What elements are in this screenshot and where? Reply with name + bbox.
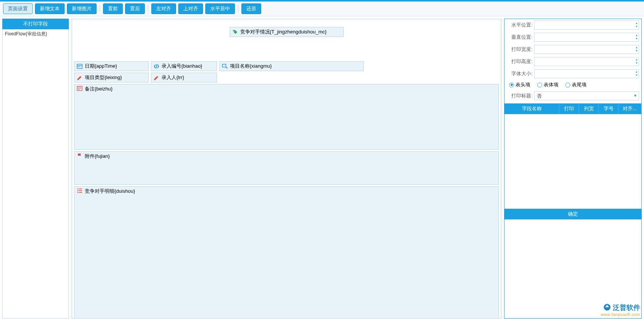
svg-rect-3 <box>78 66 79 67</box>
field-input-by[interactable]: 录入人{lrr} <box>151 73 217 83</box>
watermark: 泛普软件 www.fanpusoft.com <box>601 303 640 317</box>
spin-up[interactable]: ▲ <box>635 46 638 49</box>
svg-rect-5 <box>222 64 226 67</box>
input-v-pos[interactable]: ▲▼ <box>534 33 639 42</box>
send-back-button[interactable]: 置后 <box>125 3 145 14</box>
field-label: 项目名称{xiangmu} <box>230 63 272 70</box>
add-text-button[interactable]: 新增文本 <box>35 3 65 14</box>
spin-up[interactable]: ▲ <box>635 58 638 61</box>
grid-body[interactable] <box>504 114 641 209</box>
tag-icon <box>232 29 238 35</box>
flag-icon <box>77 153 82 159</box>
spin-down[interactable]: ▼ <box>635 37 638 40</box>
field-project-type[interactable]: 项目类型{leixing} <box>74 73 149 83</box>
radio-head-item[interactable]: 表头项 <box>509 81 530 88</box>
code-icon <box>154 63 159 69</box>
canvas-area[interactable]: 竞争对手情况{T_jingzhengduishou_mc} 日期{appTime… <box>71 19 502 319</box>
label-print-width: 打印宽度: <box>507 46 534 53</box>
label-h-pos: 水平位置: <box>507 22 534 29</box>
label-print-height: 打印高度: <box>507 58 534 65</box>
edit-icon <box>77 75 82 81</box>
no-print-fields-panel: 不打印字段 FixedFlow{审批信息} <box>2 19 69 319</box>
col-font: 字号 <box>599 103 619 114</box>
svg-point-10 <box>77 188 78 189</box>
spin-up[interactable]: ▲ <box>635 70 638 73</box>
field-label: 附件{fujian} <box>85 153 110 160</box>
label-print-title: 打印标题: <box>507 92 534 99</box>
edit-icon <box>154 75 159 81</box>
spin-down[interactable]: ▼ <box>635 49 638 52</box>
field-date[interactable]: 日期{appTime} <box>74 61 149 71</box>
radio-tail-item[interactable]: 表尾项 <box>565 81 587 88</box>
field-label: 录入编号{bianhao} <box>162 63 202 70</box>
center-horizontal-button[interactable]: 水平居中 <box>205 3 235 14</box>
separator <box>238 5 238 13</box>
confirm-button[interactable]: 确定 <box>504 209 641 219</box>
select-value: 否 <box>535 92 639 101</box>
align-top-button[interactable]: 上对齐 <box>178 3 203 14</box>
svg-rect-4 <box>79 66 80 67</box>
page-setup-button[interactable]: 页面设置 <box>3 3 33 14</box>
svg-point-0 <box>233 30 234 31</box>
input-print-height[interactable]: ▲▼ <box>534 57 639 66</box>
list-icon <box>77 188 82 194</box>
toolbar: 页面设置 新增文本 新增图片 置前 置后 左对齐 上对齐 水平居中 还原 <box>0 2 644 16</box>
input-h-pos[interactable]: ▲▼ <box>534 21 639 30</box>
col-col-width: 列宽 <box>579 103 599 114</box>
properties-panel: 水平位置: ▲▼ 垂直位置: ▲▼ 打印宽度: ▲▼ 打印高度: ▲▼ 字体大小… <box>504 19 642 319</box>
spin-down[interactable]: ▼ <box>635 25 638 28</box>
separator <box>148 5 148 13</box>
textarea-icon <box>77 86 82 91</box>
field-label: 录入人{lrr} <box>162 74 184 81</box>
label-font-size: 字体大小: <box>507 70 534 77</box>
field-label: 日期{appTime} <box>85 63 117 70</box>
input-print-width[interactable]: ▲▼ <box>534 45 639 54</box>
svg-point-11 <box>77 190 78 191</box>
no-print-field-item[interactable]: FixedFlow{审批信息} <box>3 29 68 39</box>
field-remark[interactable]: 备注{beizhu} <box>74 84 499 150</box>
calendar-icon <box>77 63 82 69</box>
no-print-fields-title: 不打印字段 <box>2 19 69 29</box>
field-competitor-detail[interactable]: 竞争对手明细{duishou} <box>74 186 499 319</box>
properties-icon <box>222 63 228 69</box>
canvas-title-text: 竞争对手情况{T_jingzhengduishou_mc} <box>240 29 327 35</box>
svg-point-12 <box>77 192 78 193</box>
restore-button[interactable]: 还原 <box>241 3 261 14</box>
field-label: 竞争对手明细{duishou} <box>85 188 135 195</box>
field-label: 备注{beizhu} <box>85 86 113 92</box>
spin-up[interactable]: ▲ <box>635 21 638 25</box>
align-left-button[interactable]: 左对齐 <box>151 3 176 14</box>
input-font-size[interactable]: ▲▼ <box>534 69 639 78</box>
grid-header: 字段名称 打印 列宽 字号 对齐... <box>504 103 641 114</box>
add-image-button[interactable]: 新增图片 <box>67 3 97 14</box>
spin-up[interactable]: ▲ <box>635 33 638 37</box>
field-label: 项目类型{leixing} <box>85 74 122 81</box>
col-field-name: 字段名称 <box>504 103 559 114</box>
field-attachment[interactable]: 附件{fujian} <box>74 151 499 185</box>
radio-body-item[interactable]: 表体项 <box>537 81 558 88</box>
chevron-down-icon: ▼ <box>633 94 637 98</box>
col-align: 对齐... <box>619 103 641 114</box>
bring-front-button[interactable]: 置前 <box>103 3 123 14</box>
spin-down[interactable]: ▼ <box>635 73 638 77</box>
field-input-no[interactable]: 录入编号{bianhao} <box>151 61 217 71</box>
field-project-name[interactable]: 项目名称{xiangmu} <box>219 61 364 71</box>
canvas-title-block[interactable]: 竞争对手情况{T_jingzhengduishou_mc} <box>230 27 344 37</box>
label-v-pos: 垂直位置: <box>507 34 534 41</box>
separator <box>100 5 100 13</box>
spin-down[interactable]: ▼ <box>635 61 638 65</box>
col-print: 打印 <box>559 103 579 114</box>
select-print-title[interactable]: 否 ▼ <box>534 91 639 100</box>
